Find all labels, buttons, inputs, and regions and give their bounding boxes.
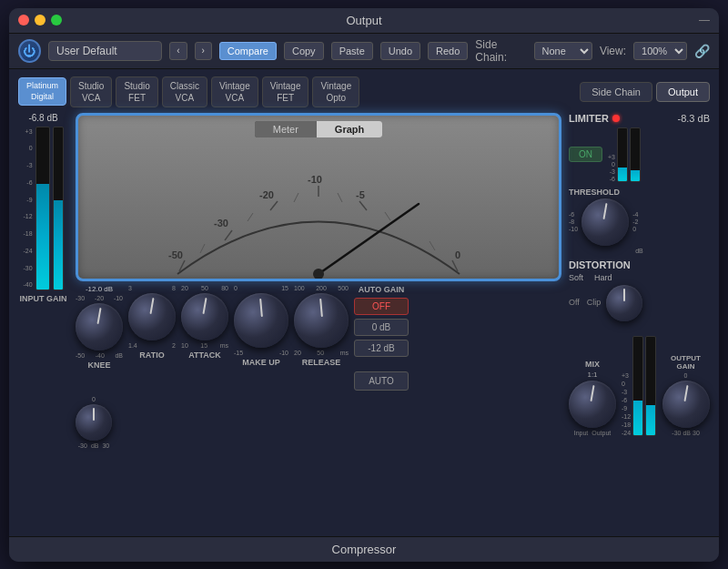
input-meter-fill-2 [54,200,63,290]
minimize-icon[interactable]: — [699,14,710,26]
output-meters: +3 0 -3 -6 -9 -12 -18 -24 [622,327,656,436]
power-button[interactable]: ⏻ [18,39,41,63]
tab-studio-fet[interactable]: StudioFET [116,76,157,107]
input-label: Input [574,430,589,436]
redo-button[interactable]: Redo [428,42,468,60]
ratio-group: 3 8 1.4 2 RATIO [128,285,176,360]
tab-classic-vca[interactable]: ClassicVCA [162,76,207,107]
makeup-scale-n15: -15 [234,350,243,356]
makeup-scale-n10: -10 [279,350,288,356]
mix-knob[interactable] [569,381,616,428]
nav-forward-button[interactable]: › [195,42,212,60]
meter-scale-40: -40 [23,281,32,288]
input-gain-knob-group: 0 -30 dB 30 [76,396,112,449]
preset-select[interactable]: User Default [48,41,162,61]
footer-title: Compressor [332,543,397,556]
distortion-knob[interactable] [606,285,642,321]
threshold-knob[interactable] [581,198,629,246]
knee-scale-n50: -50 [76,352,85,359]
copy-button[interactable]: Copy [284,42,324,60]
tab-vintage-vca[interactable]: VintageVCA [211,76,258,107]
auto-gain-0db-btn[interactable]: 0 dB [354,319,409,336]
vu-meter-section: Meter Graph [76,113,561,529]
attack-knob[interactable] [181,293,228,340]
svg-line-14 [248,213,253,221]
vu-arc-container: -50 -30 -20 -10 [78,160,559,279]
sidechain-button[interactable]: Side Chain [580,82,652,102]
nav-back-button[interactable]: ‹ [169,42,187,60]
output-gain-label: OUTPUT GAIN [662,354,710,371]
right-meter-fill-1 [618,168,627,181]
ratio-scale-14: 1.4 [128,342,137,349]
ratio-knob[interactable] [128,293,176,340]
maximize-button[interactable] [51,15,62,25]
auto-button[interactable]: AUTO [354,371,409,391]
meter-scale-9: -9 [23,197,32,203]
meter-tab[interactable]: Meter [255,121,317,137]
graph-tab[interactable]: Graph [317,121,382,137]
tab-studio-vca[interactable]: StudioVCA [70,76,112,107]
limiter-header: LIMITER -8.3 dB [569,113,710,124]
soft-hard-labels: Soft Hard [569,273,710,282]
link-icon[interactable]: 🔗 [694,44,710,58]
toolbar-right: Side Chain: None View: 100% 🔗 [475,38,710,64]
undo-button[interactable]: Undo [380,42,420,60]
off-clip-labels: Off Clip [569,298,601,307]
auto-gain-section: AUTO GAIN OFF 0 dB -12 dB AUTO [354,285,409,391]
input-scale-n30: -30 [78,442,87,449]
svg-line-3 [225,230,232,240]
paste-button[interactable]: Paste [331,42,373,60]
input-gain-label: INPUT GAIN [19,294,66,303]
svg-line-13 [200,244,205,253]
svg-line-15 [294,193,298,202]
knee-scale-n40: -40 [96,352,105,359]
tab-platinum-digital[interactable]: PlatinumDigital [18,77,66,106]
main-content: PlatinumDigital StudioVCA StudioFET Clas… [9,69,719,536]
tab-vintage-fet[interactable]: VintageFET [262,76,309,107]
footer: Compressor [9,536,719,562]
limiter-label: LIMITER [569,113,609,124]
svg-line-9 [359,201,367,210]
input-meter-area: -6.8 dB +3 0 -3 -6 -9 -12 -18 -24 -30 -4… [18,113,68,529]
release-scale-50: 50 [317,350,324,356]
attack-label: ATTACK [188,351,221,360]
input-scale-30: 30 [102,442,109,449]
svg-text:-50: -50 [168,249,183,260]
view-select[interactable]: 100% [633,42,687,60]
knee-knob[interactable] [76,303,123,351]
knee-label: KNEE [87,361,110,370]
meter-scale-18: -18 [23,230,32,237]
release-scale-500: 500 [338,285,349,291]
knee-scale-dB: dB [115,352,123,359]
sidechain-select[interactable]: None [534,42,592,60]
close-button[interactable] [18,15,29,25]
knee-scale-n10: -10 [114,295,123,301]
compare-button[interactable]: Compare [219,42,277,60]
off-label: Off [569,298,580,307]
attack-scale-10: 10 [181,342,188,349]
input-gain-knob[interactable] [76,404,112,441]
output-button[interactable]: Output [656,82,710,102]
input-meter-fill [36,184,49,290]
tab-vintage-opto[interactable]: VintageOpto [312,76,359,107]
attack-scale-80: 80 [221,285,228,291]
makeup-knob[interactable] [234,293,288,348]
attack-group: 20 50 80 10 15 ms ATTACK [181,285,228,360]
release-label: RELEASE [302,358,341,367]
meter-scale-6: -6 [23,179,32,186]
limiter-section: LIMITER -8.3 dB ON +3 0 -3 -6 [569,113,710,182]
auto-gain-minus12-btn[interactable]: -12 dB [354,340,409,357]
mix-output-row: MIX 1:1 Input Output +3 0 -3 [569,327,710,436]
limiter-on-button[interactable]: ON [569,147,602,162]
soft-label: Soft [569,273,583,282]
output-label: Output [592,430,611,436]
release-knob[interactable] [294,293,349,348]
auto-gain-off-btn[interactable]: OFF [354,298,409,315]
output-gain-knob[interactable] [662,381,710,428]
svg-text:-5: -5 [356,189,365,200]
input-level-meter-2 [53,127,64,290]
minimize-button[interactable] [35,15,46,25]
threshold-label: THRESHOLD [569,188,710,197]
release-group: 100 200 500 20 50 ms RELEASE [294,285,349,367]
distortion-section: DISTORTION Soft Hard Off Clip [569,259,710,321]
